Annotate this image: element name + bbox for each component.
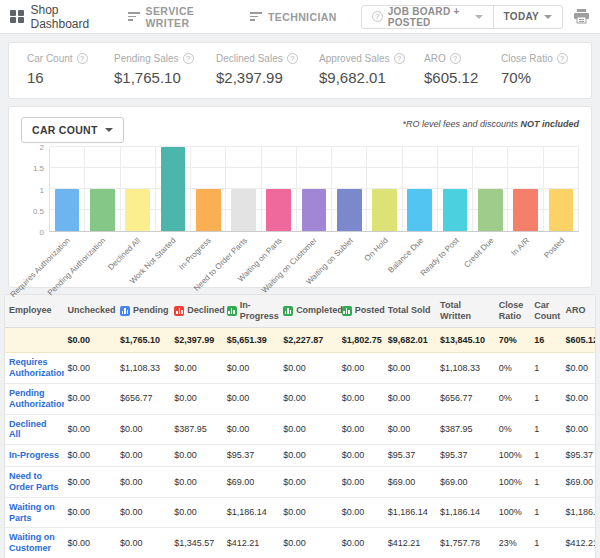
employee-link[interactable]: Declined All [5, 414, 64, 445]
employee-link[interactable]: Waiting on Customer [5, 528, 64, 558]
shop-dashboard-tab[interactable]: Shop Dashboard [10, 3, 106, 31]
tab-technician[interactable]: TECHNICIAN [250, 11, 337, 23]
metric-dropdown-button[interactable]: CAR COUNT [21, 117, 124, 143]
stat-item-approved-sales: Approved Sales?$9,682.01 [319, 53, 424, 86]
help-circle-icon[interactable]: ? [450, 53, 461, 64]
bar-slot [473, 147, 508, 231]
bar-chart-icon [120, 306, 130, 316]
bar-posted[interactable] [549, 189, 574, 231]
job-board-selector[interactable]: ? JOB BOARD + POSTED [362, 6, 493, 28]
employee-link[interactable]: Requires Authorization [5, 353, 64, 384]
x-tick-label: In A/R [509, 236, 531, 258]
totals-cell: $0.00 [64, 327, 116, 353]
help-circle-icon[interactable]: ? [394, 53, 405, 64]
bar-on-hold[interactable] [372, 189, 397, 231]
table-cell: $0.00 [64, 414, 116, 445]
column-header-total-written: Total Written [436, 295, 495, 327]
bar-credit-due[interactable] [478, 189, 503, 231]
table-cell: $0.00 [279, 383, 338, 414]
table-row: Waiting on Parts$0.00$0.00$0.00$1,186.14… [5, 497, 596, 528]
column-header-employee: Employee [5, 295, 64, 327]
table-cell: $0.00 [170, 445, 222, 467]
bar-slot [85, 147, 120, 231]
table-cell: $0.00 [116, 414, 170, 445]
y-axis: 00.511.52 [21, 147, 49, 232]
date-range-selector[interactable]: TODAY [493, 6, 562, 28]
bar-chart-icon [174, 306, 184, 316]
help-circle-icon[interactable]: ? [287, 53, 298, 64]
table-cell: $0.00 [338, 497, 384, 528]
totals-cell: 70% [495, 327, 531, 353]
employee-link[interactable]: Waiting on Parts [5, 497, 64, 528]
bar-need-to-order-parts[interactable] [231, 189, 256, 231]
employee-link[interactable]: Need to Order Parts [5, 467, 64, 498]
table-cell: $1,186.14 [384, 497, 436, 528]
table-cell: $0.00 [279, 528, 338, 558]
bar-requires-authorization[interactable] [55, 189, 80, 231]
column-header-aro: ARO [562, 295, 596, 327]
stat-item-pending-sales: Pending Sales?$1,765.10 [114, 53, 216, 86]
help-circle-icon[interactable]: ? [557, 53, 568, 64]
table-cell: $69.00 [562, 467, 596, 498]
y-tick-label: 1.5 [33, 164, 44, 173]
bar-balance-due[interactable] [407, 189, 432, 231]
chevron-down-icon [105, 128, 113, 132]
bar-work-not-started[interactable] [161, 147, 186, 231]
stat-label-row: ARO? [424, 53, 501, 64]
x-tick-label: Posted [542, 236, 566, 260]
table-cell: $0.00 [64, 528, 116, 558]
topbar-right: ? JOB BOARD + POSTED TODAY [361, 5, 590, 29]
x-tick-label: Requires Authorization [8, 236, 71, 299]
bar-declined-all[interactable] [125, 189, 150, 231]
bar-waiting-on-sublet[interactable] [337, 189, 362, 231]
help-circle-icon[interactable]: ? [77, 53, 88, 64]
table-row: Declined All$0.00$0.00$387.95$0.00$0.00$… [5, 414, 596, 445]
printer-icon [573, 9, 590, 24]
bar-waiting-on-customer[interactable] [302, 189, 327, 231]
stat-value: $605.12 [424, 69, 501, 86]
y-tick-label: 2 [40, 143, 44, 152]
column-header-declined: Declined [170, 295, 222, 327]
table-cell: 1 [530, 353, 561, 384]
tab-label: SERVICE WRITER [146, 5, 226, 29]
bar-in-a-r[interactable] [513, 189, 538, 231]
table-totals-row: $0.00$1,765.10$2,397.99$5,651.39$2,227.8… [5, 327, 596, 353]
totals-cell: $13,845.10 [436, 327, 495, 353]
tab-service-writer[interactable]: SERVICE WRITER [128, 5, 226, 29]
bar-pending-authorization[interactable] [90, 189, 115, 231]
table-cell: $69.00 [223, 467, 280, 498]
stat-label-row: Approved Sales? [319, 53, 424, 64]
totals-employee-cell [5, 327, 64, 353]
x-tick-label: Declined All [107, 236, 143, 272]
print-button[interactable] [573, 9, 590, 24]
totals-cell: $2,397.99 [170, 327, 222, 353]
table-cell: $0.00 [562, 383, 596, 414]
table-cell: $1,186.14 [562, 497, 596, 528]
column-header-label: Completed [296, 305, 343, 316]
table-cell: $69.00 [384, 467, 436, 498]
employee-link[interactable]: Pending Authorization [5, 383, 64, 414]
column-header-total-sold: Total Sold [384, 295, 436, 327]
table-row: Waiting on Customer$0.00$0.00$1,345.57$4… [5, 528, 596, 558]
stat-label-row: Car Count? [27, 53, 114, 64]
help-circle-icon[interactable]: ? [183, 53, 194, 64]
chevron-down-icon [544, 15, 552, 19]
table-cell: 0% [495, 353, 531, 384]
bar-waiting-on-parts[interactable] [266, 189, 291, 231]
table-cell: $95.37 [436, 445, 495, 467]
stat-value: $2,397.99 [216, 69, 319, 86]
column-header-label: Total Sold [388, 305, 431, 316]
table-cell: $412.21 [384, 528, 436, 558]
table-cell: $1,108.33 [116, 353, 170, 384]
employee-link[interactable]: In-Progress [5, 445, 64, 467]
date-range-label: TODAY [504, 11, 539, 22]
table-cell: $0.00 [384, 353, 436, 384]
table-cell: $0.00 [223, 383, 280, 414]
table-cell: $0.00 [223, 414, 280, 445]
totals-cell: $1,802.75 [338, 327, 384, 353]
bar-ready-to-post[interactable] [443, 189, 468, 231]
bar-in-progress[interactable] [196, 189, 221, 231]
bar-chart-icon [227, 306, 237, 316]
column-header-label: Pending [133, 305, 169, 316]
employee-status-table-card: EmployeeUncheckedPendingDeclinedIn-Progr… [4, 294, 596, 558]
